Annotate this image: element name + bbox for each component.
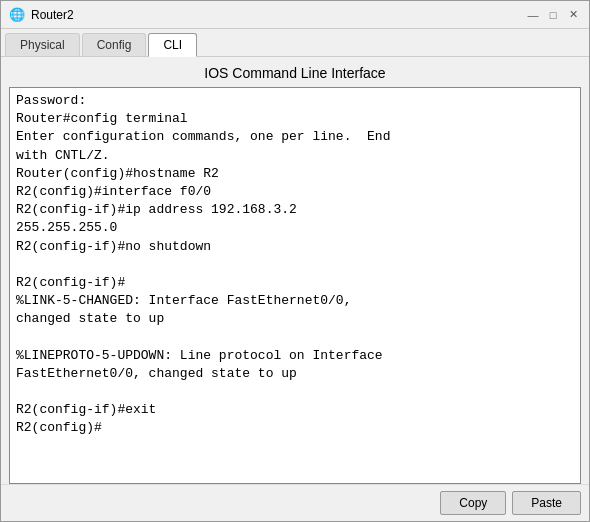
paste-button[interactable]: Paste — [512, 491, 581, 515]
title-bar-controls: — □ ✕ — [525, 7, 581, 23]
terminal-output[interactable]: Password: Router#config terminal Enter c… — [10, 88, 580, 483]
minimize-button[interactable]: — — [525, 7, 541, 23]
maximize-button[interactable]: □ — [545, 7, 561, 23]
tab-cli[interactable]: CLI — [148, 33, 197, 57]
title-bar: 🌐 Router2 — □ ✕ — [1, 1, 589, 29]
window-icon: 🌐 — [9, 7, 25, 23]
tab-physical[interactable]: Physical — [5, 33, 80, 56]
router2-window: 🌐 Router2 — □ ✕ Physical Config CLI IOS … — [0, 0, 590, 522]
window-title: Router2 — [31, 8, 74, 22]
tab-bar: Physical Config CLI — [1, 29, 589, 57]
bottom-bar: Copy Paste — [1, 484, 589, 521]
title-bar-left: 🌐 Router2 — [9, 7, 74, 23]
terminal-container: Password: Router#config terminal Enter c… — [9, 87, 581, 484]
page-title: IOS Command Line Interface — [1, 57, 589, 87]
tab-config[interactable]: Config — [82, 33, 147, 56]
close-button[interactable]: ✕ — [565, 7, 581, 23]
copy-button[interactable]: Copy — [440, 491, 506, 515]
